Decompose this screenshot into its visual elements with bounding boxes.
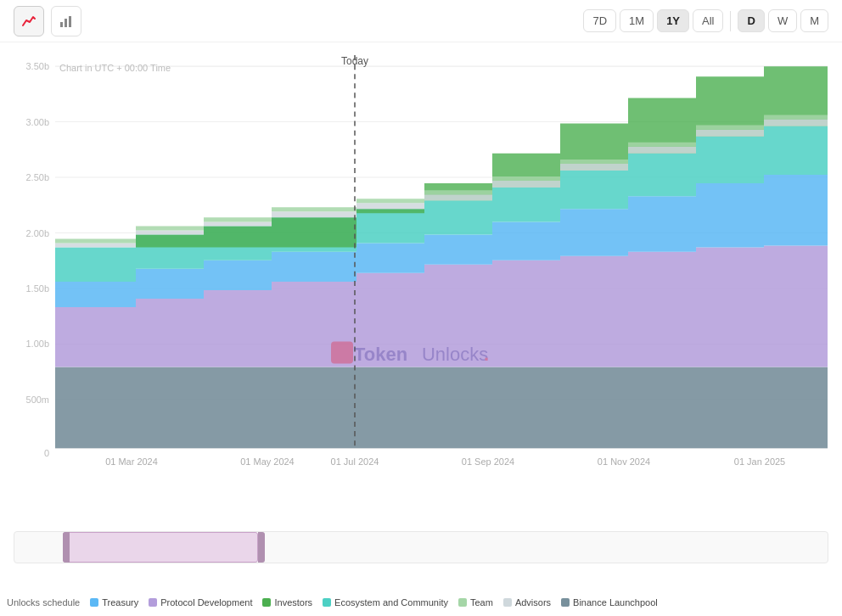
svg-text:500m: 500m xyxy=(26,395,49,405)
app-container: 7D 1M 1Y All D W M Chart in UTC + 00:00 … xyxy=(0,0,842,616)
team-dot xyxy=(458,598,467,607)
svg-rect-19 xyxy=(55,367,828,449)
svg-text:01 Jan 2025: 01 Jan 2025 xyxy=(734,456,785,467)
protocol-dot xyxy=(149,598,157,607)
protocol-label: Protocol Development xyxy=(160,597,252,608)
svg-rect-2 xyxy=(69,16,71,27)
svg-text:01 Nov 2024: 01 Nov 2024 xyxy=(598,456,650,467)
period-1m[interactable]: 1M xyxy=(620,9,654,32)
advisors-label: Advisors xyxy=(515,597,551,608)
svg-text:1.00b: 1.00b xyxy=(26,339,49,349)
legend-item-protocol: Protocol Development xyxy=(149,597,252,608)
svg-text:Today: Today xyxy=(341,55,368,67)
treasury-label: Treasury xyxy=(102,597,138,608)
svg-rect-0 xyxy=(60,22,63,27)
svg-rect-34 xyxy=(331,341,353,363)
svg-text:1.50b: 1.50b xyxy=(26,283,49,294)
period-all[interactable]: All xyxy=(693,9,723,32)
svg-text:Unlocks: Unlocks xyxy=(422,343,488,364)
team-label: Team xyxy=(470,597,493,608)
utc-label: Chart in UTC + 00:00 Time xyxy=(59,63,171,73)
line-chart-btn[interactable] xyxy=(14,6,44,36)
legend-item-investors: Investors xyxy=(262,597,312,608)
minimap-selection[interactable] xyxy=(63,532,258,563)
svg-text:.: . xyxy=(484,343,489,364)
view-m[interactable]: M xyxy=(800,9,828,32)
minimap-inner[interactable] xyxy=(14,531,828,563)
minimap[interactable] xyxy=(7,531,835,563)
svg-text:01 May 2024: 01 May 2024 xyxy=(240,456,294,467)
chart-area: Chart in UTC + 00:00 Time 3.50b 3.00b 2.… xyxy=(0,42,842,589)
legend-item-ecosystem: Ecosystem and Community xyxy=(323,597,448,608)
treasury-dot xyxy=(90,598,98,607)
svg-text:01 Jul 2024: 01 Jul 2024 xyxy=(331,456,379,467)
view-w[interactable]: W xyxy=(768,9,797,32)
binance-label: Binance Launchpool xyxy=(573,597,658,608)
investors-label: Investors xyxy=(274,597,312,608)
chart-container: Chart in UTC + 00:00 Time 3.50b 3.00b 2.… xyxy=(0,51,842,589)
legend-item-binance: Binance Launchpool xyxy=(561,597,658,608)
svg-text:2.50b: 2.50b xyxy=(26,172,49,182)
minimap-handle-left[interactable] xyxy=(63,532,70,563)
binance-dot xyxy=(561,598,570,607)
separator xyxy=(730,11,731,31)
period-1y[interactable]: 1Y xyxy=(657,9,689,32)
svg-text:3.50b: 3.50b xyxy=(26,61,49,71)
legend: Unlocks schedule Treasury Protocol Devel… xyxy=(0,589,842,616)
bar-chart-btn[interactable] xyxy=(51,6,81,36)
advisors-dot xyxy=(503,598,512,607)
toolbar-left xyxy=(14,6,81,36)
minimap-handle-right[interactable] xyxy=(258,532,265,563)
legend-item-advisors: Advisors xyxy=(503,597,551,608)
legend-item-team: Team xyxy=(458,597,493,608)
svg-text:01 Mar 2024: 01 Mar 2024 xyxy=(105,456,158,467)
toolbar-right: 7D 1M 1Y All D W M xyxy=(583,9,828,32)
period-7d[interactable]: 7D xyxy=(583,9,616,32)
ecosystem-dot xyxy=(323,598,331,607)
view-d[interactable]: D xyxy=(738,9,764,32)
svg-text:01 Sep 2024: 01 Sep 2024 xyxy=(462,456,514,467)
legend-item-treasury: Treasury xyxy=(90,597,138,608)
ecosystem-label: Ecosystem and Community xyxy=(334,597,448,608)
svg-text:0: 0 xyxy=(44,448,49,458)
svg-text:3.00b: 3.00b xyxy=(26,117,49,127)
investors-dot xyxy=(262,598,271,607)
svg-rect-1 xyxy=(65,19,67,27)
chart-svg: 3.50b 3.00b 2.50b 2.00b 1.50b 1.00b 500m… xyxy=(0,51,842,538)
toolbar: 7D 1M 1Y All D W M xyxy=(0,0,842,42)
legend-title: Unlocks schedule xyxy=(7,597,80,608)
svg-text:Token: Token xyxy=(354,343,407,364)
svg-text:2.00b: 2.00b xyxy=(26,227,49,238)
